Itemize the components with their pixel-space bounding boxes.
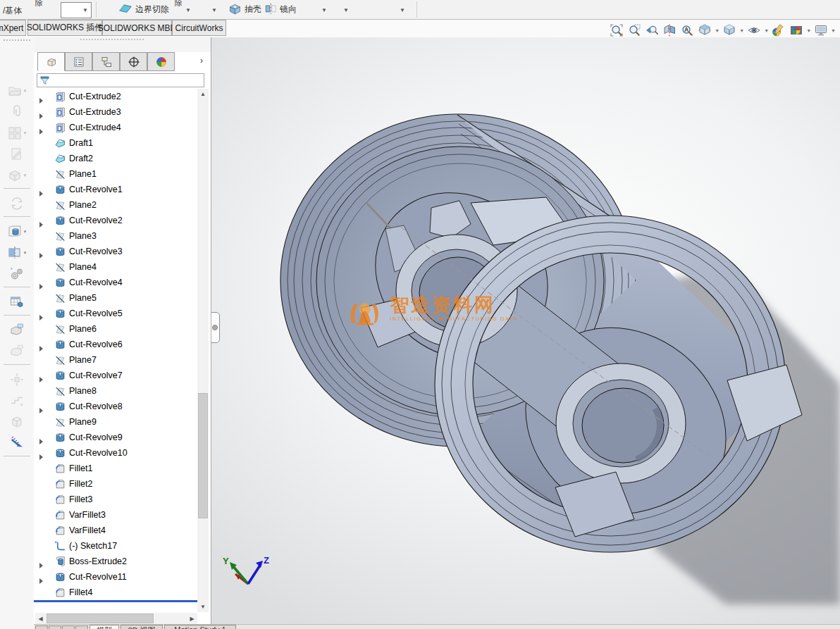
expand-arrow-icon[interactable] [39, 435, 45, 440]
dropdown-arrow-icon[interactable]: ▼ [321, 8, 327, 13]
design-table-icon[interactable] [0, 292, 34, 312]
toolbar-drag-handle[interactable] [4, 39, 30, 41]
pane-button-3[interactable] [62, 625, 75, 629]
expand-arrow-icon[interactable] [39, 342, 45, 347]
feature-tree-filter[interactable] [37, 73, 204, 87]
insert-component-icon[interactable]: ▼ [0, 166, 34, 185]
vscroll-thumb[interactable] [198, 393, 208, 518]
dropdown-arrow-icon[interactable]: ▼ [185, 8, 191, 13]
tree-item[interactable]: Cut-Extrude2 [34, 89, 198, 104]
tree-item[interactable]: Fillet1 [34, 461, 198, 476]
tree-item[interactable]: Cut-Revolve4 [34, 275, 198, 290]
hide-show-items-icon[interactable] [746, 23, 762, 38]
zoom-to-fit-icon[interactable] [609, 23, 624, 38]
tree-item[interactable]: Cut-Extrude3 [34, 104, 198, 120]
tree-item[interactable]: Plane8 [34, 383, 198, 399]
boss-extrude-tool-icon[interactable]: ▼ [0, 222, 34, 242]
expand-arrow-icon[interactable] [39, 249, 45, 254]
tree-item[interactable]: Cut-Revolve9 [34, 430, 198, 445]
display-style-icon[interactable] [722, 23, 737, 38]
dropdown-arrow-icon[interactable]: ▼ [211, 8, 217, 13]
command-tab-3[interactable]: SOLIDWORKS MBD [102, 20, 172, 36]
expand-arrow-icon[interactable] [39, 109, 45, 115]
exploded-view-icon[interactable] [0, 370, 34, 390]
comment-icon[interactable] [0, 320, 34, 340]
dropdown-arrow-icon[interactable]: ▼ [23, 173, 27, 178]
apply-scene-icon[interactable] [789, 23, 804, 38]
structure-icon[interactable] [0, 412, 34, 432]
command-tab-1[interactable]: mXpert [0, 20, 26, 36]
panel-collapse-handle[interactable] [211, 312, 220, 343]
dropdown-arrow-icon[interactable]: ▼ [23, 251, 27, 255]
graphics-viewport[interactable]: 智造资料网 INTELLIGENT MANUFACTURING DATA Y Z [211, 37, 840, 629]
bottom-tab-1[interactable]: 模型 [89, 625, 119, 629]
expand-arrow-icon[interactable] [39, 559, 45, 564]
view-settings-icon[interactable] [813, 23, 829, 38]
tree-item[interactable]: Plane4 [34, 259, 198, 275]
expand-arrow-icon[interactable] [39, 450, 45, 456]
command-tab-4[interactable]: CircuitWorks [172, 20, 226, 36]
tree-item[interactable]: Plane2 [34, 197, 198, 213]
bottom-tab-2[interactable]: 3D 视图 [121, 625, 163, 629]
tree-item[interactable]: Cut-Revolve11 [34, 569, 198, 585]
scroll-left-icon[interactable]: ◀ [35, 613, 46, 624]
replace-model-icon[interactable] [0, 194, 34, 213]
expand-arrow-icon[interactable] [39, 404, 45, 409]
tree-item[interactable]: Cut-Revolve1 [34, 182, 198, 197]
dropdown-arrow-icon[interactable]: ▼ [715, 28, 719, 33]
tree-item[interactable]: VarFillet3 [34, 507, 198, 523]
rollback-bar[interactable] [34, 600, 198, 602]
edit-document-icon[interactable] [0, 144, 34, 164]
command-tab-2[interactable]: SOLIDWORKS 插件 [27, 20, 102, 36]
dropdown-arrow-icon[interactable]: ▼ [343, 8, 349, 13]
tree-item[interactable]: Cut-Revolve8 [34, 399, 198, 414]
measure-tool-icon[interactable] [0, 433, 34, 453]
filter-input[interactable] [50, 74, 204, 87]
tree-item[interactable]: Plane9 [34, 414, 198, 430]
expand-arrow-icon[interactable] [39, 311, 45, 316]
scroll-up-icon[interactable]: ▲ [197, 89, 209, 99]
gear-settings-icon[interactable]: * [0, 264, 34, 284]
tree-item[interactable]: Plane1 [34, 166, 198, 182]
flatten-icon[interactable] [0, 391, 34, 411]
expand-arrow-icon[interactable] [39, 187, 45, 192]
tree-item[interactable]: Draft1 [34, 135, 198, 151]
view-orientation-icon[interactable] [697, 23, 712, 38]
expand-arrow-icon[interactable] [39, 574, 45, 580]
open-part-icon[interactable]: ▼ [0, 81, 34, 101]
horizontal-scrollbar[interactable]: ◀ ▶ [35, 613, 197, 624]
previous-view-icon[interactable] [644, 23, 660, 38]
shell-button[interactable]: 抽壳 [228, 1, 261, 18]
mirror-button[interactable]: 镜向 [264, 1, 297, 18]
expand-arrow-icon[interactable] [39, 280, 45, 285]
attachment-icon[interactable] [0, 102, 34, 122]
dropdown-arrow-icon[interactable]: ▼ [739, 28, 744, 33]
tree-item[interactable]: Cut-Revolve10 [34, 445, 198, 461]
tree-item[interactable]: Cut-Revolve7 [34, 368, 198, 383]
dropdown-arrow-icon[interactable]: ▼ [23, 131, 27, 135]
tree-item[interactable]: Cut-Revolve2 [34, 213, 198, 228]
fm-tab-property-manager[interactable] [65, 52, 92, 71]
bottom-tab-3[interactable]: Motion Study 1 [164, 625, 236, 629]
comment-alt-icon[interactable] [0, 342, 34, 361]
scroll-down-icon[interactable]: ▼ [197, 602, 209, 612]
tree-item[interactable]: *(-) Sketch17 [34, 538, 198, 554]
section-tool-icon[interactable]: ▼ [0, 243, 34, 263]
hscroll-thumb[interactable] [47, 614, 154, 623]
tree-item[interactable]: VarFillet4 [34, 523, 198, 538]
fm-tab-configuration-manager[interactable] [92, 52, 120, 71]
scroll-right-icon[interactable]: ▶ [187, 613, 197, 624]
tree-item[interactable]: Fillet2 [34, 476, 198, 492]
vertical-scrollbar[interactable]: ▲ ▼ [197, 89, 209, 612]
pane-button-1[interactable] [35, 625, 48, 629]
pane-button-4[interactable] [75, 625, 88, 629]
ribbon-combo-box[interactable]: ▼ [61, 2, 92, 18]
tree-item[interactable]: Fillet3 [34, 492, 198, 507]
zoom-to-area-icon[interactable] [626, 23, 642, 38]
tree-item[interactable]: Plane5 [34, 290, 198, 306]
dropdown-arrow-icon[interactable]: ▼ [764, 28, 769, 33]
edit-appearance-icon[interactable] [771, 23, 786, 38]
fm-tabs-overflow-button[interactable]: › [197, 56, 206, 66]
expand-arrow-icon[interactable] [39, 373, 45, 378]
dropdown-arrow-icon[interactable]: ▼ [23, 89, 27, 93]
